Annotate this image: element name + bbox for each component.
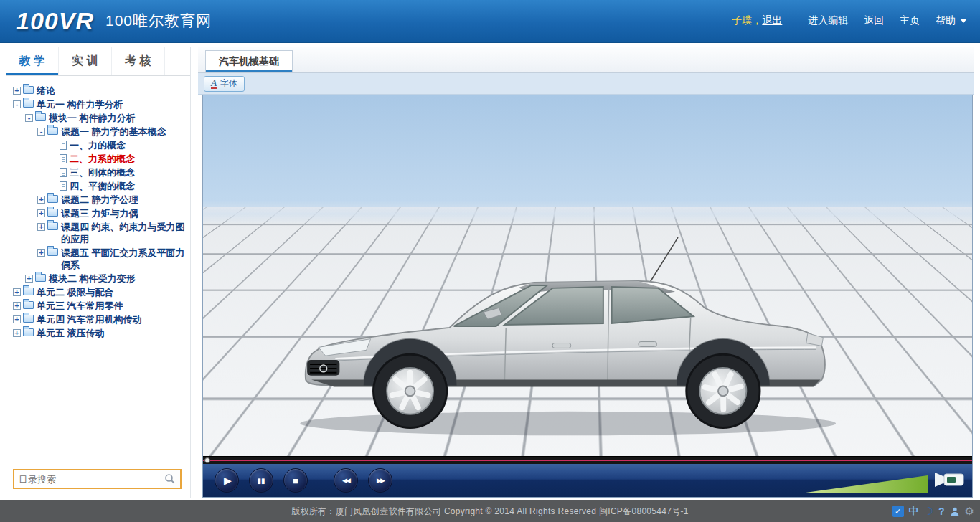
tree-expander-icon[interactable]: + <box>37 223 45 231</box>
help-icon[interactable]: ? <box>938 506 945 517</box>
catalog-search-input[interactable] <box>14 474 160 485</box>
user-name: 子璞， <box>732 14 762 27</box>
content-tabbar: 汽车机械基础 <box>198 47 974 73</box>
tree-expander-icon[interactable]: - <box>25 114 33 122</box>
footer-icons: ✓ 中 ☽ ? ⚙ <box>892 500 974 522</box>
font-button[interactable]: A 字体 <box>204 76 245 92</box>
tree-expander-icon[interactable]: - <box>13 100 21 108</box>
chinese-ime-icon[interactable]: 中 <box>909 505 919 518</box>
course-tree: + 绪论 - 单元一 构件力学分析 - 模块一 构件静力分析 <box>6 76 190 463</box>
tree-node-icon <box>47 222 58 230</box>
sidebar: 教 学 实 训 考 核 + 绪论 - <box>6 47 191 498</box>
tree-node-icon <box>47 127 58 135</box>
chevron-down-icon[interactable] <box>960 19 967 23</box>
tree-item[interactable]: + 课题五 平面汇交力系及平面力偶系 <box>6 247 187 271</box>
tree-node-icon <box>47 248 58 256</box>
site-title: 100唯尔教育网 <box>105 11 212 31</box>
tree-expander-icon[interactable]: + <box>37 196 45 204</box>
sidebar-tab[interactable]: 考 核 <box>112 47 165 75</box>
tree-expander-icon[interactable]: + <box>13 288 21 296</box>
camcorder-icon <box>933 468 965 490</box>
copyright-text: 版权所有：厦门凤凰创壹软件有限公司 Copyright © 2014 All R… <box>291 506 689 518</box>
tree-node-icon <box>23 315 34 323</box>
tree-expander-icon[interactable]: + <box>37 249 45 257</box>
tree-item[interactable]: + 课题二 静力学公理 <box>6 194 187 206</box>
tree-item-label: 四、平衡的概念 <box>70 180 135 192</box>
site-logo[interactable]: 100VR <box>16 7 94 35</box>
sidebar-tab-label: 教 学 <box>19 54 44 69</box>
header-nav-link[interactable]: 帮助 <box>936 14 956 26</box>
volume-wedge[interactable] <box>806 475 928 493</box>
timeline-knob[interactable] <box>204 457 210 463</box>
tree-expander-icon[interactable]: + <box>13 315 21 323</box>
header-nav-link[interactable]: 主页 <box>900 14 920 26</box>
tree-expander-icon[interactable]: + <box>13 87 21 95</box>
tree-item[interactable]: 四、平衡的概念 <box>6 180 187 192</box>
play-button[interactable]: ▶ <box>215 468 239 493</box>
tree-item[interactable]: 三、刚体的概念 <box>6 166 187 179</box>
header-nav-link[interactable]: 进入编辑 <box>808 14 848 26</box>
gear-icon[interactable]: ⚙ <box>965 505 974 518</box>
tab-course-label: 汽车机械基础 <box>219 55 279 68</box>
tree-item[interactable]: + 单元五 液压传动 <box>6 327 187 339</box>
tree-item[interactable]: + 单元三 汽车常用零件 <box>6 300 187 312</box>
tree-node-icon <box>60 141 67 150</box>
tree-item-label: 二、力系的概念 <box>70 153 135 165</box>
tree-item-label: 绪论 <box>37 85 55 97</box>
tree-item-label: 单元三 汽车常用零件 <box>37 300 123 312</box>
tree-expander-icon[interactable]: + <box>13 329 21 337</box>
3d-viewport[interactable] <box>203 95 972 456</box>
person-icon[interactable] <box>950 506 960 516</box>
camera-button[interactable] <box>933 468 965 493</box>
stop-button[interactable]: ■ <box>283 468 308 493</box>
tree-expander-icon[interactable]: - <box>37 128 45 136</box>
car-3d-model[interactable] <box>272 202 864 442</box>
car-illustration <box>272 202 864 442</box>
rewind-button[interactable]: ◀◀ <box>334 468 358 493</box>
tree-item[interactable]: + 单元二 极限与配合 <box>6 286 187 298</box>
search-button[interactable] <box>160 470 180 488</box>
tree-item-label: 一、力的概念 <box>70 139 126 151</box>
header-right: 子璞， 退出 进入编辑 返回 主页 帮助 <box>732 14 967 27</box>
logout-link[interactable]: 退出 <box>762 14 782 27</box>
tree-item[interactable]: + 绪论 <box>6 85 187 97</box>
tree-node-icon <box>23 301 34 309</box>
tree-node-icon <box>60 181 67 191</box>
tree-item-label: 单元四 汽车常用机构传动 <box>37 313 142 326</box>
player-bar: ▶ ▮▮ ■ ◀◀ ▶▶ <box>203 464 972 497</box>
checkbox-icon[interactable]: ✓ <box>892 506 904 517</box>
header-nav-link[interactable]: 返回 <box>864 14 884 26</box>
tree-item[interactable]: - 课题一 静力学的基本概念 <box>6 125 187 138</box>
tree-item[interactable]: 二、力系的概念 <box>6 153 187 165</box>
tree-expander-icon[interactable]: + <box>13 302 21 310</box>
tree-item[interactable]: - 模块一 构件静力分析 <box>6 112 187 124</box>
moon-icon[interactable]: ☽ <box>924 505 933 518</box>
tree-item[interactable]: + 单元四 汽车常用机构传动 <box>6 313 187 326</box>
header-nav: 进入编辑 返回 主页 帮助 <box>795 14 956 27</box>
tree-item[interactable]: + 课题四 约束、约束力与受力图的应用 <box>6 221 187 245</box>
tree-expander-icon[interactable]: + <box>37 209 45 217</box>
tree-item[interactable]: + 课题三 力矩与力偶 <box>6 207 187 219</box>
tree-node-icon <box>23 100 34 108</box>
play-icon: ▶ <box>224 475 232 486</box>
sidebar-tab[interactable]: 实 训 <box>59 47 112 75</box>
sidebar-tab[interactable]: 教 学 <box>6 47 59 75</box>
timeline-scrubber[interactable] <box>203 456 972 464</box>
tree-item[interactable]: + 模块二 构件受力变形 <box>6 272 187 285</box>
pause-icon: ▮▮ <box>257 477 265 485</box>
tab-course[interactable]: 汽车机械基础 <box>205 50 293 72</box>
sidebar-tab-label: 考 核 <box>125 54 151 69</box>
main-panel: 汽车机械基础 A 字体 <box>198 47 974 498</box>
tree-item[interactable]: - 单元一 构件力学分析 <box>6 98 187 110</box>
tree-expander-icon[interactable]: + <box>25 275 33 283</box>
tree-item-label: 课题二 静力学公理 <box>61 194 138 206</box>
tree-item-label: 三、刚体的概念 <box>70 166 135 179</box>
tree-item-label: 课题三 力矩与力偶 <box>61 207 138 219</box>
stop-icon: ■ <box>293 475 298 486</box>
pause-button[interactable]: ▮▮ <box>249 468 273 493</box>
fast-forward-button[interactable]: ▶▶ <box>368 468 392 493</box>
tree-item-label: 单元五 液压传动 <box>37 327 105 339</box>
timeline-track <box>203 460 972 461</box>
tree-item[interactable]: 一、力的概念 <box>6 139 187 151</box>
sidebar-tab-label: 实 训 <box>72 54 98 69</box>
